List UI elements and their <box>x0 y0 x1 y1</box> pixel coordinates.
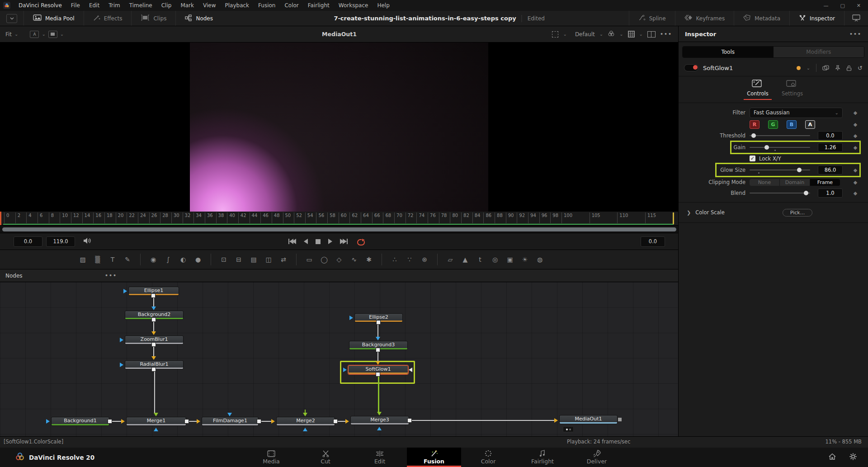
channel-booleans-icon[interactable]: ▤ <box>248 254 259 265</box>
subtab-settings[interactable]: Settings <box>782 79 803 97</box>
spline-button[interactable]: Spline <box>629 11 675 26</box>
transform-icon[interactable]: ⇄ <box>278 254 289 265</box>
zoom-select[interactable]: Fit <box>5 31 12 38</box>
interface-dropdown-button[interactable] <box>6 14 17 23</box>
menu-item-edit[interactable]: Edit <box>85 0 104 11</box>
image-plane-3d-icon[interactable]: ▱ <box>444 254 456 265</box>
scrollbar-thumb[interactable] <box>2 227 676 231</box>
ZoomBlur1-input-triangle[interactable] <box>120 338 123 342</box>
tab-modifiers[interactable]: Modifiers <box>774 47 864 57</box>
p-emitter-icon[interactable]: ∴ <box>389 254 401 265</box>
threshold-slider[interactable] <box>750 132 810 139</box>
stop-button[interactable] <box>316 239 321 244</box>
playhead[interactable] <box>0 212 1 225</box>
background-icon[interactable]: ▨ <box>77 254 89 265</box>
MediaOut1-thumbnail-badge[interactable] <box>563 426 574 432</box>
spot-light-icon[interactable]: ☀ <box>519 254 531 265</box>
settings-gear-icon[interactable] <box>849 453 857 462</box>
graph-node-Background1[interactable]: Background1 <box>51 417 109 426</box>
node-graph[interactable]: Ellipse1Background2ZoomBlur1RadialBlur1E… <box>0 282 679 437</box>
graph-node-Merge2[interactable]: Merge2 <box>276 417 335 426</box>
SoftGlow1-secondary-input-triangle[interactable] <box>409 368 412 372</box>
graph-node-FilmDamage1[interactable]: FilmDamage1 <box>202 417 259 426</box>
go-to-end-button[interactable] <box>340 239 348 244</box>
blend-value-field[interactable]: 1.0 <box>818 189 843 198</box>
Background1-output-square[interactable] <box>108 419 112 424</box>
current-frame-field[interactable]: 0.0 <box>14 236 42 247</box>
channels-keyframe-icon[interactable]: ◆ <box>843 122 868 127</box>
Merge1-output-square[interactable] <box>184 419 189 424</box>
page-tab-color[interactable]: Color <box>461 448 515 467</box>
graph-node-MediaOut1[interactable]: MediaOut1 <box>559 415 618 424</box>
menu-item-fusion[interactable]: Fusion <box>254 0 280 11</box>
blend-keyframe-icon[interactable]: ◆ <box>843 190 868 196</box>
bspline-mask-icon[interactable]: ∿ <box>348 254 360 265</box>
loop-button[interactable] <box>357 239 364 245</box>
Merge2-mask-input-triangle[interactable] <box>303 428 307 431</box>
fast-noise-icon[interactable]: ▒ <box>92 254 104 265</box>
window-close-button[interactable]: ✕ <box>857 3 861 9</box>
gain-keyframe-icon[interactable]: ◆ <box>843 145 868 151</box>
ZoomBlur1-output-square[interactable] <box>151 342 156 347</box>
viewer-options-icon[interactable]: ••• <box>660 31 672 37</box>
roi-button[interactable] <box>48 31 57 38</box>
channel-r-button[interactable]: R <box>750 120 760 129</box>
menu-item-davinci-resolve[interactable]: DaVinci Resolve <box>14 0 66 11</box>
SoftGlow1-output-square[interactable] <box>376 372 380 377</box>
tab-tools[interactable]: Tools <box>683 47 774 57</box>
blend-slider[interactable] <box>750 190 810 196</box>
color-curves-icon[interactable]: ∫ <box>162 254 174 265</box>
channel-b-button[interactable]: B <box>787 120 797 129</box>
Ellipse1-output-square[interactable] <box>151 293 156 298</box>
nodes-button[interactable]: Nodes <box>175 11 222 26</box>
pick-button[interactable]: Pick... <box>783 209 812 217</box>
inspector-button[interactable]: Inspector <box>789 11 844 26</box>
page-tab-edit[interactable]: Edit <box>353 448 407 467</box>
graph-node-Merge3[interactable]: Merge3 <box>350 416 409 425</box>
effects-button[interactable]: Effects <box>84 11 132 26</box>
playhead-position-field[interactable]: 0.0 <box>641 236 665 247</box>
subtab-controls[interactable]: Controls <box>744 79 772 100</box>
lock-icon[interactable] <box>846 65 852 71</box>
glow-size-keyframe-icon[interactable]: ◆ <box>843 167 868 173</box>
graph-node-Merge1[interactable]: Merge1 <box>126 417 186 426</box>
menu-item-timeline[interactable]: Timeline <box>125 0 157 11</box>
Merge1-mask-input-triangle[interactable] <box>154 428 158 431</box>
menu-item-help[interactable]: Help <box>373 0 394 11</box>
timeline-ruler[interactable]: 0246810121416182022242628303234363840424… <box>0 212 679 226</box>
text-3d-icon[interactable]: t <box>474 254 486 265</box>
RadialBlur1-output-square[interactable] <box>151 367 156 372</box>
go-to-start-button[interactable] <box>288 239 296 244</box>
timeline-scrollbar[interactable] <box>0 226 679 233</box>
color-scale-expand-icon[interactable]: ❯ <box>687 210 691 216</box>
menu-item-playback[interactable]: Playback <box>220 0 254 11</box>
camera-3d-icon[interactable]: ▣ <box>504 254 516 265</box>
viewer-canvas[interactable] <box>0 42 679 212</box>
shape-3d-icon[interactable]: ▲ <box>459 254 471 265</box>
dual-viewer-icon[interactable] <box>647 31 656 38</box>
menu-item-file[interactable]: File <box>66 0 85 11</box>
renderer-3d-icon[interactable]: ◍ <box>534 254 546 265</box>
node-enable-toggle[interactable] <box>684 64 698 71</box>
paint-icon[interactable]: ✎ <box>122 254 133 265</box>
inspector-options-icon[interactable]: ••• <box>849 31 862 37</box>
color-corrector-icon[interactable]: ◉ <box>147 254 159 265</box>
menu-item-mark[interactable]: Mark <box>176 0 198 11</box>
page-tab-deliver[interactable]: Deliver <box>570 448 624 467</box>
menu-item-workspace[interactable]: Workspace <box>334 0 373 11</box>
p-render-icon[interactable]: ⊛ <box>419 254 430 265</box>
blur-icon[interactable]: ● <box>192 254 204 265</box>
filter-dropdown[interactable]: Fast Gaussian ⌄ <box>750 108 843 118</box>
gain-value-field[interactable]: 1.26 <box>818 143 843 152</box>
channel-display-button[interactable]: A <box>30 31 39 38</box>
menu-item-color[interactable]: Color <box>280 0 303 11</box>
clipping-keyframe-icon[interactable]: ◆ <box>843 179 868 185</box>
page-tab-media[interactable]: Media <box>244 448 298 467</box>
nodes-options-icon[interactable]: ••• <box>105 273 117 278</box>
lock-xy-checkbox[interactable]: ✓ <box>750 156 755 161</box>
pin-icon[interactable] <box>835 65 840 71</box>
channel-a-button[interactable]: A <box>805 120 815 129</box>
glow-size-value-field[interactable]: 86.0 <box>818 165 843 175</box>
clips-button[interactable]: Clips <box>131 11 175 26</box>
color-controls-icon[interactable] <box>608 30 615 38</box>
